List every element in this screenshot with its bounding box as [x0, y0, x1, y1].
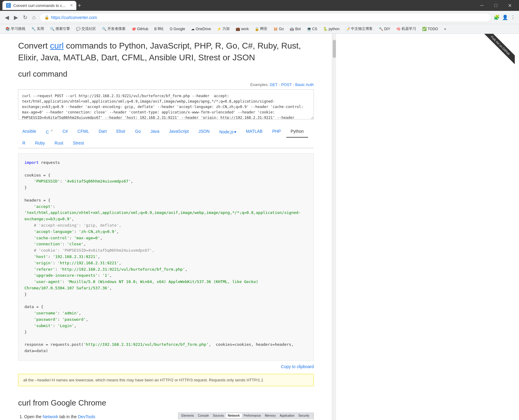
example-get-link[interactable]: GET [270, 82, 278, 87]
tab-elixir[interactable]: Elixir [112, 126, 129, 138]
bookmark-python[interactable]: 🐍 python [321, 26, 341, 32]
browser-navbar: ◀ ▶ ↻ ⌂ 🔒 https://curlconverter.com 🧩 👤 … [0, 11, 519, 24]
devtools-tab-network: Network [226, 413, 241, 418]
language-tabs: Ansible C ↗ C# CFML Dart Elixir Go Java … [18, 126, 314, 148]
devtools-link[interactable]: DevTools [78, 414, 95, 419]
tab-nodejs[interactable]: Node.js ▾ [215, 126, 240, 138]
curl-command-title: curl command [18, 69, 314, 79]
home-button[interactable]: ⌂ [31, 13, 37, 22]
bookmark-more[interactable]: » [442, 26, 448, 32]
content-area: Fork me on GitHub Convert curl commands … [0, 34, 519, 420]
browser-tab[interactable]: C Convert curl commands to code × [2, 1, 76, 10]
bookmark-go[interactable]: 🐹 Go [272, 26, 285, 32]
tab-json[interactable]: JSON [194, 126, 214, 138]
devtools-tab-sources: Sources [211, 413, 226, 418]
bookmark-onedrive[interactable]: ☁ OneDrive [189, 26, 213, 32]
devtools-tab-performance: Performance [242, 413, 263, 418]
tab-cfml[interactable]: CFML [73, 126, 93, 138]
tab-matlab[interactable]: MATLAB [242, 126, 267, 138]
chrome-section: curl from Google Chrome Open the Network… [18, 398, 314, 420]
reload-button[interactable]: ↻ [22, 13, 29, 22]
network-link[interactable]: Network [43, 414, 58, 419]
tab-close-button[interactable]: × [70, 3, 73, 8]
devtools-tab-application: Application [278, 413, 296, 418]
note-text: all the --header/-H names are lowercase,… [23, 378, 263, 382]
tab-go[interactable]: Go [131, 126, 145, 138]
example-basic-auth-link[interactable]: Basic Auth [295, 82, 314, 87]
tab-c[interactable]: C ↗ [42, 126, 57, 138]
address-bar[interactable]: 🔒 https://curlconverter.com [39, 13, 491, 22]
tab-csharp[interactable]: C# [58, 126, 72, 138]
tab-ansible[interactable]: Ansible [18, 126, 40, 138]
browser-window: C Convert curl commands to code × + ─ □ … [0, 0, 519, 420]
devtools-tab-lighthouse: Lighthouse [311, 413, 314, 418]
new-tab-button[interactable]: + [78, 2, 81, 9]
page-title: Convert curl commands to Python, JavaScr… [18, 40, 314, 63]
chrome-section-title: curl from Google Chrome [18, 398, 314, 408]
chrome-section-inner: Open the Network tab in the DevTools Rig… [18, 412, 314, 420]
nav-action-icons: 🧩 👤 ⋮ [494, 14, 515, 20]
tab-php[interactable]: PHP [268, 126, 285, 138]
maximize-button[interactable]: □ [489, 1, 503, 10]
bookmark-wangan[interactable]: 🔒 网安 [253, 25, 269, 32]
page-title-section: Convert curl commands to Python, JavaScr… [18, 40, 314, 63]
minimize-button[interactable]: ─ [475, 1, 489, 10]
bookmark-search[interactable]: 🔍 搜索引擎 [48, 25, 72, 32]
tab-dart[interactable]: Dart [94, 126, 111, 138]
bookmark-diy[interactable]: 🔨 DIY [377, 26, 392, 32]
tab-strest[interactable]: Strest [69, 138, 88, 148]
bookmark-shiyong[interactable]: 🔧 实用 [30, 25, 46, 32]
menu-icon[interactable]: ⋮ [511, 14, 515, 20]
tab-ruby[interactable]: Ruby [31, 138, 49, 148]
bookmark-community[interactable]: 💬 交流社区 [74, 25, 98, 32]
window-controls: ─ □ ✕ [475, 1, 517, 10]
bookmark-cs[interactable]: 💻 CS [305, 26, 319, 32]
code-content: import requests cookies = { 'PHPSESSID':… [24, 160, 307, 354]
instruction-1: Open the Network tab in the DevTools [24, 412, 169, 420]
curl-command-input[interactable]: curl --request POST --url http://192.168… [18, 89, 314, 119]
bookmark-blog[interactable]: 📝 中文独立博客 [344, 25, 374, 32]
url-text: https://curlconverter.com [51, 15, 486, 20]
bookmark-devsearch[interactable]: 🔍 开发者搜索 [100, 25, 127, 32]
bookmark-github[interactable]: 🐙 GitHub [130, 26, 150, 32]
devtools-tab-elements: Elements [180, 413, 196, 418]
bookmark-todo[interactable]: ✅ TODO [420, 26, 440, 32]
devtools-tab-memory: Memory [263, 413, 278, 418]
tab-python[interactable]: Python [286, 126, 308, 138]
forward-button[interactable]: ▶ [13, 13, 19, 22]
bookmark-bot[interactable]: 🤖 Bot [288, 26, 302, 32]
scrollbar-thumb[interactable] [333, 40, 336, 58]
tab-java[interactable]: Java [146, 126, 164, 138]
close-button[interactable]: ✕ [503, 1, 517, 10]
fork-ribbon-text: Fork me on GitHub [481, 34, 515, 65]
bookmark-google[interactable]: G Google [168, 26, 187, 32]
profile-icon[interactable]: 👤 [502, 14, 508, 20]
copy-to-clipboard-button[interactable]: Copy to clipboard [281, 364, 314, 369]
extensions-icon[interactable]: 🧩 [494, 14, 500, 20]
devtools-screenshot: Elements Console Sources Network Perform… [178, 412, 314, 420]
bookmarks-bar: 📚 学习路线 🔧 实用 🔍 搜索引擎 💬 交流社区 🔍 开发者搜索 🐙 GitH… [0, 24, 519, 34]
examples-line: Examples: GET - POST - Basic Auth [18, 82, 314, 87]
chevron-down-icon: ▾ [234, 129, 236, 134]
curl-link[interactable]: curl [50, 41, 64, 50]
chrome-instructions: Open the Network tab in the DevTools Rig… [18, 412, 169, 420]
bookmark-bilibili[interactable]: B B站 [152, 25, 165, 32]
tab-rust[interactable]: Rust [50, 138, 68, 148]
bookmark-lijia[interactable]: ⚡ 力加 [215, 25, 231, 32]
tab-r[interactable]: R [18, 138, 30, 148]
note-box: all the --header/-H names are lowercase,… [18, 374, 314, 386]
example-post-link[interactable]: POST [281, 82, 292, 87]
security-lock-icon: 🔒 [44, 15, 49, 20]
bookmark-xuexi[interactable]: 📚 学习路线 [4, 25, 27, 32]
devtools-tab-security: Security [297, 413, 311, 418]
devtools-tab-bar: Elements Console Sources Network Perform… [178, 413, 314, 419]
back-button[interactable]: ◀ [4, 13, 10, 22]
bookmark-work[interactable]: 💼 work [234, 26, 250, 32]
devtools-toolbar: ● ⊗ 🔍 Preserve log Disable cache No thro… [178, 419, 314, 420]
main-content: Convert curl commands to Python, JavaScr… [0, 34, 332, 420]
bookmark-ml[interactable]: 🧠 机器学习 [394, 25, 418, 32]
instructions-list: Open the Network tab in the DevTools Rig… [18, 412, 169, 420]
scrollbar[interactable] [332, 34, 336, 420]
tab-javascript[interactable]: JavaScript [165, 126, 193, 138]
code-block: import requests cookies = { 'PHPSESSID':… [18, 153, 314, 361]
